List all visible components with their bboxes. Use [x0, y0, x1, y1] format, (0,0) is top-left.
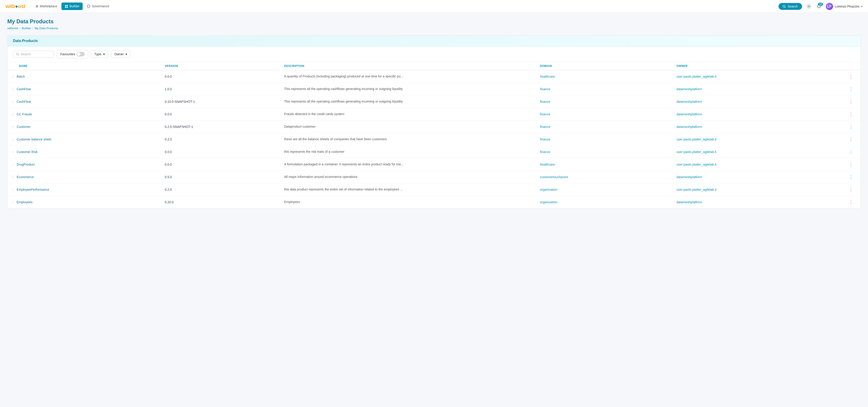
logo[interactable]: witb●ost	[5, 3, 25, 9]
more-button-3[interactable]: ⋮	[847, 111, 855, 118]
more-button-2[interactable]: ⋮	[847, 98, 855, 105]
star-icon-2[interactable]: ☆	[11, 99, 14, 104]
favourites-filter[interactable]: Favourites	[57, 50, 88, 58]
breadcrumb-builder[interactable]: Builder	[22, 27, 31, 30]
name-value-10[interactable]: Employees	[17, 200, 32, 204]
star-icon-10[interactable]: ☆	[11, 200, 14, 204]
star-icon-8[interactable]: ☆	[11, 175, 14, 179]
cell-owner-5: user:paolo.platter_agilelab.it	[673, 133, 843, 146]
more-button-8[interactable]: ⋮	[847, 174, 855, 180]
cell-domain-10: organization	[536, 196, 673, 208]
notification-bell[interactable]: 14	[816, 3, 822, 9]
star-icon-5[interactable]: ☆	[11, 137, 14, 142]
star-icon-6[interactable]: ☆	[11, 150, 14, 154]
cell-version-9: 0.2.0	[161, 183, 280, 196]
domain-link-8[interactable]: customertouchpoint	[540, 175, 568, 179]
owner-link-8[interactable]: datameshplatform	[677, 175, 702, 179]
domain-link-7[interactable]: healthcare	[540, 163, 555, 166]
settings-icon[interactable]	[806, 3, 812, 9]
owner-link-3[interactable]: datameshplatform	[677, 112, 702, 116]
more-button-0[interactable]: ⋮	[847, 73, 855, 80]
cell-version-8: 0.5.0	[161, 171, 280, 183]
name-value-6[interactable]: Customer Risk	[17, 150, 38, 154]
cell-domain-6: finance	[536, 146, 673, 158]
description-value-2: This represents all the operating cashfl…	[284, 99, 403, 103]
cell-version-7: 0.0.0	[161, 158, 280, 171]
name-value-1[interactable]: CashFlow	[17, 87, 31, 91]
favourites-toggle[interactable]	[76, 52, 85, 56]
marketplace-icon: ⊞	[36, 4, 38, 8]
domain-link-1[interactable]: finance	[540, 87, 550, 91]
name-value-3[interactable]: CC Frauds	[17, 112, 32, 116]
star-icon-7[interactable]: ☆	[11, 163, 14, 167]
type-filter[interactable]: Type ▾	[91, 51, 108, 58]
description-value-7: A formulation packaged in a container. I…	[284, 163, 403, 166]
cell-description-6: this represents the risk traits of a cus…	[281, 146, 536, 158]
table-row: ☆ Customer balance sheet 0.2.0 these are…	[7, 133, 861, 146]
name-value-7[interactable]: DrugProduct	[17, 163, 35, 166]
more-button-9[interactable]: ⋮	[847, 186, 855, 193]
name-value-0[interactable]: Batch	[17, 75, 25, 78]
domain-link-2[interactable]: finance	[540, 100, 550, 104]
cell-description-8: All major information around ecommerce o…	[281, 171, 536, 183]
star-icon-3[interactable]: ☆	[11, 112, 14, 116]
more-button-4[interactable]: ⋮	[847, 123, 855, 130]
cell-version-2: 0.10.0-SNAPSHOT-1	[161, 95, 280, 108]
name-value-4[interactable]: Customer	[17, 125, 31, 128]
version-value-2: 0.10.0-SNAPSHOT-1	[165, 100, 195, 104]
version-value-7: 0.0.0	[165, 163, 172, 166]
table-search-input[interactable]	[21, 52, 48, 56]
nav-builder[interactable]: Builder	[61, 2, 83, 10]
domain-link-4[interactable]: finance	[540, 125, 550, 128]
owner-link-9[interactable]: user:paolo.platter_agilelab.it	[677, 188, 716, 192]
domain-link-5[interactable]: finance	[540, 138, 550, 141]
cell-name-0: ☆ Batch	[7, 70, 161, 83]
nav-marketplace[interactable]: ⊞ Marketplace	[32, 2, 60, 10]
search-button[interactable]: Search	[778, 3, 802, 10]
owner-link-0[interactable]: user:paolo.platter_agilelab.it	[677, 75, 716, 78]
more-button-7[interactable]: ⋮	[847, 161, 855, 168]
more-button-5[interactable]: ⋮	[847, 136, 855, 143]
owner-filter-chevron: ▾	[126, 52, 127, 56]
breadcrumb-witboost[interactable]: witboost	[7, 27, 18, 30]
more-button-10[interactable]: ⋮	[847, 199, 855, 206]
user-profile[interactable]: LP Lorenzo Pirazzini ▾	[826, 3, 863, 10]
owner-link-1[interactable]: datameshplatform	[677, 87, 702, 91]
col-header-actions	[843, 62, 861, 70]
cell-name-10: ☆ Employees	[7, 196, 161, 208]
cell-description-9: this data product represents the entire …	[281, 183, 536, 196]
header-right: Search 14 LP Lorenzo Pirazzini ▾	[778, 3, 863, 10]
nav-governance[interactable]: Governance	[84, 2, 112, 10]
nav-governance-label: Governance	[92, 4, 109, 8]
star-icon-1[interactable]: ☆	[11, 87, 14, 91]
domain-link-9[interactable]: organization	[540, 188, 557, 192]
owner-link-10[interactable]: datameshplatform	[677, 200, 702, 204]
owner-link-4[interactable]: datameshplatform	[677, 125, 702, 128]
cell-actions-7: ⋮	[843, 158, 861, 171]
owner-filter[interactable]: Owner ▾	[111, 51, 131, 58]
favourites-label: Favourites	[60, 52, 75, 56]
owner-link-7[interactable]: user:paolo.platter_agilelab.it	[677, 163, 716, 166]
domain-link-10[interactable]: organization	[540, 200, 557, 204]
version-value-4: 0.2.0-SNAPSHOT-1	[165, 125, 193, 128]
owner-link-2[interactable]: datameshplatform	[677, 100, 702, 104]
name-value-5[interactable]: Customer balance sheet	[17, 138, 51, 141]
name-value-2[interactable]: CashFlow	[17, 100, 31, 104]
name-value-8[interactable]: Ecommerce	[17, 175, 34, 179]
star-icon-9[interactable]: ☆	[11, 187, 14, 192]
domain-link-6[interactable]: finance	[540, 150, 550, 154]
star-icon-0[interactable]: ☆	[11, 75, 14, 79]
table-row: ☆ Employees 0.20.0 Employees organizatio…	[7, 196, 861, 208]
domain-link-3[interactable]: finance	[540, 112, 550, 116]
owner-link-6[interactable]: user:paolo.platter_agilelab.it	[677, 150, 716, 154]
table-row: ☆ Customer Risk 0.0.0 this represents th…	[7, 146, 861, 158]
cell-domain-5: finance	[536, 133, 673, 146]
breadcrumb-sep-2: /	[32, 27, 33, 30]
star-icon-4[interactable]: ☆	[11, 125, 14, 129]
more-button-1[interactable]: ⋮	[847, 86, 855, 92]
domain-link-0[interactable]: healthcare	[540, 75, 555, 78]
more-button-6[interactable]: ⋮	[847, 148, 855, 155]
table-search-wrap[interactable]	[13, 51, 54, 58]
owner-link-5[interactable]: user:paolo.platter_agilelab.it	[677, 138, 716, 141]
name-value-9[interactable]: EmployeePerformance	[17, 188, 49, 192]
